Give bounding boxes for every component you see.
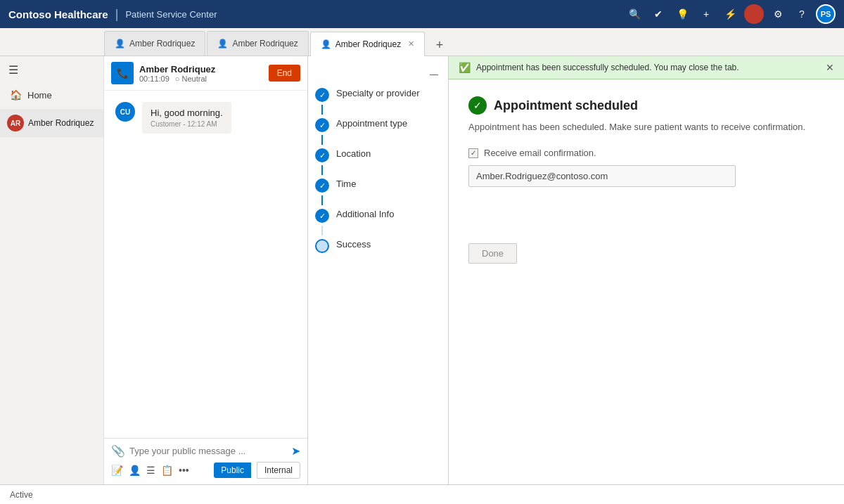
- step-icon-5: ✓: [315, 209, 329, 223]
- tab-amber-2[interactable]: 👤 Amber Rodriquez: [207, 31, 308, 56]
- step-label-4[interactable]: Time: [336, 178, 356, 190]
- step-label-2[interactable]: Appointment type: [336, 117, 407, 130]
- note-icon[interactable]: 📝: [111, 465, 123, 476]
- chat-sender: Customer: [151, 120, 181, 128]
- chat-toolbar: 📝 👤 ☰ 📋 ••• Public Internal: [111, 462, 300, 479]
- chat-text: Hi, good morning.: [151, 108, 223, 118]
- banner-text: Appointment has been successfully schedu…: [476, 63, 739, 72]
- wizard-step-3: ✓ Location: [315, 148, 441, 162]
- template-icon[interactable]: 📋: [161, 465, 173, 476]
- step-icon-2: ✓: [315, 118, 329, 132]
- done-button[interactable]: Done: [468, 243, 517, 264]
- chat-area: CU Hi, good morning. Customer - 12:12 AM: [104, 91, 307, 438]
- status-bar: Active: [0, 484, 844, 504]
- email-input[interactable]: [468, 165, 736, 187]
- success-banner: ✅ Appointment has been successfully sche…: [449, 56, 844, 79]
- sidebar-contact[interactable]: AR Amber Rodriquez: [0, 109, 103, 137]
- more-icon[interactable]: •••: [179, 465, 189, 476]
- topbar-icons: 🔍 ✔ 💡 + ⚡ ⚙ ? PS: [625, 4, 836, 24]
- person-icon-3: 👤: [321, 39, 331, 49]
- lightbulb-icon[interactable]: 💡: [672, 4, 692, 24]
- tab-amber-3[interactable]: 👤 Amber Rodriquez ✕: [310, 32, 425, 56]
- step-icon-1: ✓: [315, 88, 329, 102]
- banner-close-button[interactable]: ✕: [826, 62, 834, 73]
- minimize-button[interactable]: —: [427, 67, 441, 82]
- step-label-3[interactable]: Location: [336, 148, 371, 160]
- call-info: Amber Rodriquez 00:11:09 ○ Neutral: [139, 64, 263, 83]
- call-header: 📞 Amber Rodriquez 00:11:09 ○ Neutral End: [104, 56, 307, 91]
- add-icon[interactable]: +: [696, 4, 716, 24]
- call-icon: 📞: [111, 62, 134, 84]
- send-icon[interactable]: ➤: [291, 444, 300, 458]
- email-checkbox[interactable]: ✓: [468, 148, 478, 158]
- wizard-step-6: Success: [315, 238, 441, 253]
- step-icon-4: ✓: [315, 179, 329, 193]
- call-panel: 📞 Amber Rodriquez 00:11:09 ○ Neutral End…: [104, 56, 308, 484]
- email-confirm-label: Receive email confirmation.: [484, 148, 596, 158]
- sidebar-home-label: Home: [27, 90, 52, 101]
- wizard-step-2: ✓ Appointment type: [315, 117, 441, 132]
- tab-label-2: Amber Rodriquez: [232, 39, 298, 49]
- appointment-check-icon: ✓: [468, 96, 487, 115]
- chat-meta: Customer - 12:12 AM: [151, 120, 223, 128]
- notification-avatar[interactable]: [744, 4, 764, 24]
- chat-message: CU Hi, good morning. Customer - 12:12 AM: [115, 102, 296, 134]
- check-icon[interactable]: ✔: [648, 4, 668, 24]
- tab-label-3: Amber Rodriquez: [335, 39, 401, 49]
- chat-bubble: Hi, good morning. Customer - 12:12 AM: [142, 102, 231, 134]
- person-icon-2: 👤: [217, 39, 228, 49]
- topbar-divider: |: [115, 7, 119, 22]
- contact-name: Amber Rodriquez: [28, 118, 94, 128]
- home-icon: 🏠: [10, 89, 22, 101]
- appointment-subtitle: Appointment has been scheduled. Make sur…: [468, 122, 824, 132]
- end-call-button[interactable]: End: [269, 65, 300, 82]
- person-icon-1: 👤: [115, 39, 125, 49]
- tab-label-1: Amber Rodriquez: [129, 39, 195, 49]
- left-sidebar: ☰ 🏠 Home AR Amber Rodriquez: [0, 56, 104, 484]
- contact-icon[interactable]: 👤: [129, 465, 141, 476]
- contact-avatar: AR: [7, 115, 24, 131]
- chat-input-area: 📎 ➤ 📝 👤 ☰ 📋 ••• Public Internal: [104, 438, 307, 484]
- sidebar-item-home[interactable]: 🏠 Home: [0, 84, 103, 106]
- hamburger-menu[interactable]: ☰: [0, 56, 103, 84]
- email-confirm-row: ✓ Receive email confirmation.: [468, 148, 824, 158]
- main-layout: ☰ 🏠 Home AR Amber Rodriquez 📞 Amber Rodr…: [0, 56, 844, 484]
- customer-avatar: CU: [115, 102, 135, 122]
- call-meta: 00:11:09 ○ Neutral: [139, 75, 263, 83]
- search-icon[interactable]: 🔍: [625, 4, 644, 24]
- content-area: ✅ Appointment has been successfully sche…: [449, 56, 844, 484]
- status-label: Active: [10, 490, 33, 500]
- tab-close-button[interactable]: ✕: [408, 39, 414, 49]
- user-avatar[interactable]: PS: [816, 4, 836, 24]
- step-icon-6: [315, 239, 329, 253]
- filter-icon[interactable]: ⚡: [720, 4, 740, 24]
- settings-icon[interactable]: ⚙: [768, 4, 788, 24]
- wizard-step-5: ✓ Additional Info: [315, 208, 441, 223]
- chat-input[interactable]: [129, 446, 287, 456]
- step-label-5[interactable]: Additional Info: [336, 208, 394, 221]
- wizard-step-1: ✓ Specialty or provider: [315, 87, 441, 102]
- caller-name: Amber Rodriquez: [139, 64, 263, 75]
- list-icon[interactable]: ☰: [146, 465, 155, 476]
- tab-amber-1[interactable]: 👤 Amber Rodriquez: [104, 31, 205, 56]
- sentiment-icon: ○: [175, 75, 180, 83]
- add-tab-button[interactable]: +: [429, 34, 450, 56]
- success-check-icon: ✅: [459, 62, 471, 73]
- public-button[interactable]: Public: [214, 463, 251, 478]
- tabs-row: 👤 Amber Rodriquez 👤 Amber Rodriquez 👤 Am…: [0, 28, 844, 56]
- topbar-brand: Contoso Healthcare: [8, 8, 108, 20]
- internal-button[interactable]: Internal: [257, 462, 300, 479]
- wizard-step-4: ✓ Time: [315, 178, 441, 193]
- sentiment-label: Neutral: [181, 75, 206, 83]
- chat-timestamp: 12:12 AM: [187, 120, 217, 128]
- step-label-1[interactable]: Specialty or provider: [336, 87, 420, 100]
- call-timer: 00:11:09: [139, 75, 170, 83]
- attach-icon[interactable]: 📎: [111, 444, 125, 458]
- help-icon[interactable]: ?: [792, 4, 812, 24]
- step-icon-3: ✓: [315, 148, 329, 162]
- appointment-title: Appointment scheduled: [494, 98, 638, 113]
- step-label-6[interactable]: Success: [336, 238, 371, 251]
- wizard-panel: — ✓ Specialty or provider ✓ Appointment …: [308, 56, 449, 484]
- topbar: Contoso Healthcare | Patient Service Cen…: [0, 0, 844, 28]
- chat-input-row: 📎 ➤: [111, 444, 300, 458]
